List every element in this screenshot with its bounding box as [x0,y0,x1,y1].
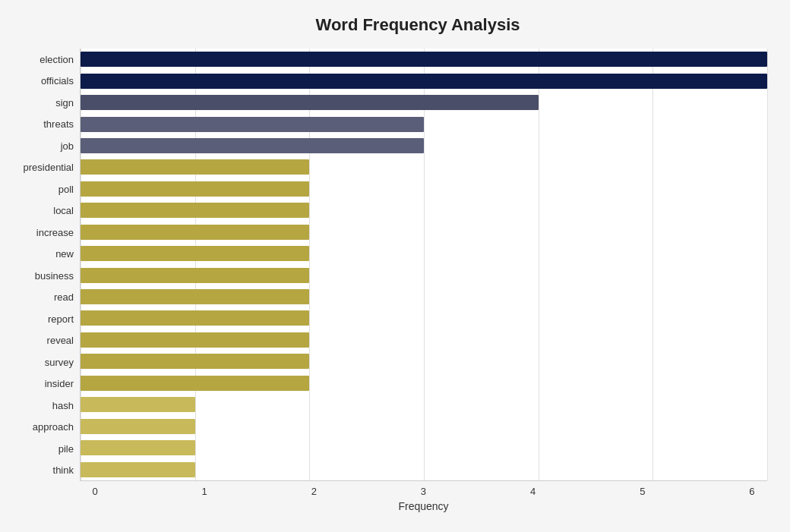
bar-row [81,244,767,263]
bar [81,95,539,110]
bar-row [81,330,767,350]
bar-row [81,136,767,156]
grid-line [767,49,768,480]
grid-line [195,49,196,480]
bar [81,332,309,348]
chart-area: electionofficialssignthreatsjobpresident… [8,49,767,481]
bar [81,376,309,391]
grid-line [539,49,539,480]
bar-row [81,93,767,112]
bar [81,159,309,175]
bar-row [81,438,767,458]
y-label: report [8,309,74,329]
bar [81,225,309,240]
x-tick: 5 [627,486,658,497]
y-label: threats [8,115,74,134]
x-axis-label: Frequency [8,500,767,512]
x-tick: 6 [737,486,767,497]
bar [81,246,309,261]
y-label: sign [8,93,74,112]
y-label: pile [8,439,74,458]
grid-line [424,49,425,480]
chart-title: Word Frequency Analysis [8,15,767,35]
bar-row [81,460,767,480]
y-axis: electionofficialssignthreatsjobpresident… [8,49,80,481]
chart-container: Word Frequency Analysis electionofficial… [0,0,790,532]
x-tick: 3 [408,486,438,497]
y-label: think [8,461,74,480]
bar [81,440,195,455]
bars-grid [80,49,767,481]
x-tick: 0 [80,486,110,497]
bar-row [81,287,767,307]
bar [81,52,767,67]
y-label: approach [8,417,74,437]
y-label: election [8,49,74,69]
y-label: read [8,288,74,307]
bar [81,462,195,477]
bar [81,138,424,153]
bar-row [81,351,767,371]
y-label: job [8,136,74,156]
bar [81,74,767,89]
y-label: officials [8,71,74,91]
bar [81,203,309,218]
y-label: poll [8,179,74,199]
y-label: reveal [8,331,74,351]
bar [81,354,309,369]
y-label: insider [8,374,74,394]
y-label: local [8,201,74,221]
grid-line [653,49,653,480]
bar-row [81,71,767,91]
bar [81,310,309,326]
bar [81,419,195,434]
y-label: increase [8,222,74,242]
bar-row [81,49,767,69]
y-label: hash [8,395,74,415]
x-tick: 1 [189,486,220,497]
bar-row [81,395,767,414]
bar-row [81,308,767,328]
x-tick: 2 [299,486,329,497]
bar-row [81,222,767,242]
x-axis: 0123456 [8,486,767,497]
bar-row [81,266,767,285]
bar-row [81,115,767,134]
bar-row [81,179,767,199]
x-tick: 4 [518,486,548,497]
bar-row [81,200,767,220]
y-label: business [8,266,74,285]
bar-row [81,417,767,436]
bar [81,289,309,304]
bar-row [81,373,767,393]
y-label: new [8,244,74,264]
grid-line [81,49,81,480]
y-label: presidential [8,158,74,178]
bar-row [81,157,767,177]
grid-line [309,49,310,480]
bar [81,397,195,412]
bar [81,117,424,132]
y-label: survey [8,352,74,372]
bar [81,268,309,283]
bar [81,181,309,197]
